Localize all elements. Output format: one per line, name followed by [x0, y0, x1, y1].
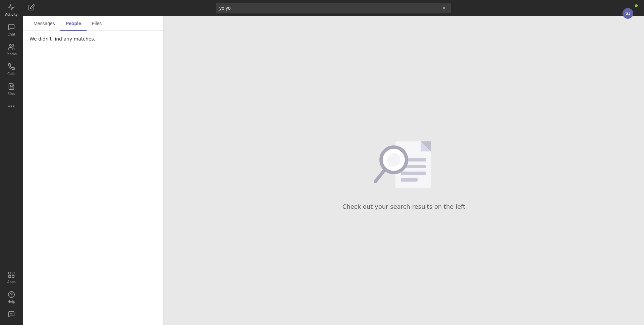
svg-point-7	[8, 291, 14, 298]
calls-icon	[7, 63, 15, 71]
main-area: SJ Messages People Files We didn't find …	[23, 0, 644, 325]
chat-icon	[7, 23, 15, 31]
svg-point-0	[10, 45, 12, 47]
presence-indicator	[635, 5, 638, 8]
empty-state: Check out your search results on the lef…	[342, 131, 466, 210]
sidebar-item-chat[interactable]: Chat	[0, 20, 23, 40]
search-clear-button[interactable]	[441, 5, 447, 11]
tab-messages[interactable]: Messages	[28, 16, 60, 31]
settings-icon	[7, 310, 15, 318]
sidebar-activity-label: Activity	[5, 13, 17, 16]
tab-files[interactable]: Files	[87, 16, 107, 31]
empty-state-text: Check out your search results on the lef…	[342, 203, 466, 210]
sidebar-item-activity[interactable]: Activity	[0, 0, 23, 20]
svg-rect-5	[9, 275, 11, 277]
sidebar: Activity Chat Teams Calls	[0, 0, 23, 325]
left-panel: Messages People Files We didn't find any…	[23, 16, 164, 325]
header: SJ	[23, 0, 644, 16]
apps-icon	[7, 271, 15, 279]
sidebar-item-more[interactable]	[0, 99, 23, 114]
sidebar-help-label: Help	[8, 300, 15, 304]
files-icon	[7, 82, 15, 90]
sidebar-apps-label: Apps	[7, 280, 16, 284]
sidebar-calls-label: Calls	[7, 72, 15, 76]
sidebar-item-calls[interactable]: Calls	[0, 59, 23, 79]
sidebar-item-apps[interactable]: Apps	[0, 267, 23, 287]
sidebar-teams-label: Teams	[6, 52, 17, 56]
svg-rect-17	[401, 172, 426, 175]
svg-line-20	[375, 170, 385, 182]
svg-rect-18	[401, 178, 418, 182]
help-icon	[7, 290, 15, 299]
more-icon	[7, 102, 15, 110]
avatar-initials: SJ	[626, 11, 631, 16]
content-area: Messages People Files We didn't find any…	[23, 16, 644, 325]
sidebar-item-help[interactable]: Help	[0, 287, 23, 307]
sidebar-files-label: Files	[8, 92, 15, 95]
compose-button[interactable]	[28, 4, 35, 12]
search-tabs: Messages People Files	[23, 16, 163, 31]
svg-rect-3	[9, 272, 11, 274]
svg-rect-4	[12, 272, 14, 274]
right-panel: Check out your search results on the lef…	[164, 16, 644, 325]
tab-people[interactable]: People	[60, 16, 87, 31]
teams-icon	[7, 43, 15, 51]
sidebar-item-settings[interactable]	[0, 307, 23, 322]
empty-illustration	[369, 131, 439, 195]
no-matches-text: We didn't find any matches.	[23, 31, 163, 47]
sidebar-item-files[interactable]: Files	[0, 79, 23, 99]
search-input[interactable]	[219, 5, 438, 11]
sidebar-bottom: Apps Help	[0, 267, 23, 325]
search-bar	[216, 3, 451, 13]
activity-icon	[7, 3, 15, 11]
sidebar-chat-label: Chat	[7, 32, 15, 36]
sidebar-item-teams[interactable]: Teams	[0, 40, 23, 59]
user-avatar-button[interactable]: SJ	[623, 8, 633, 19]
svg-point-22	[387, 153, 392, 158]
svg-rect-6	[12, 275, 14, 277]
